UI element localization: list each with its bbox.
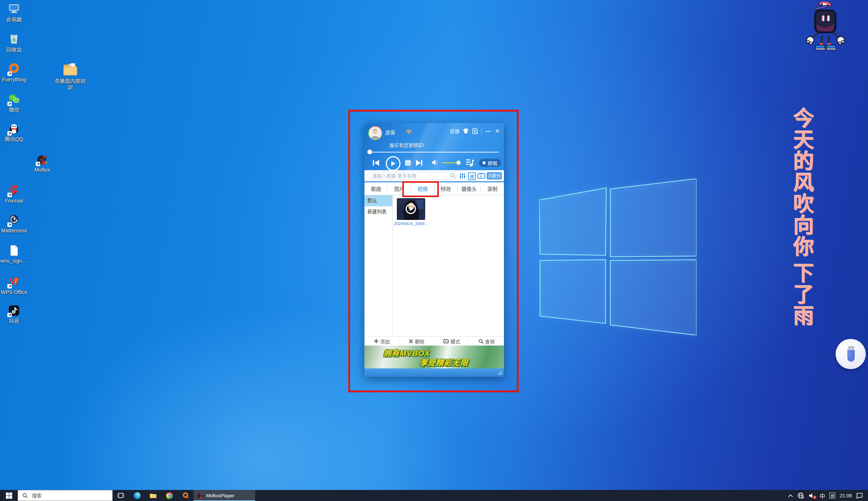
icon-label: Mattermost: [0, 228, 29, 234]
original-vocal-toggle[interactable]: 原唱: [479, 159, 501, 167]
delete-label: 删除: [415, 338, 424, 345]
video-filename[interactable]: 20240424_2004...: [394, 221, 434, 226]
dress-shirt-icon[interactable]: [463, 128, 469, 134]
play-button[interactable]: [386, 156, 401, 171]
playlist-item-default[interactable]: 默认: [364, 195, 392, 206]
desktop-folder-training[interactable]: 杀猪盘内部培训: [54, 61, 85, 91]
shortcut-arrow-icon: [7, 71, 12, 76]
songlist-note-icon[interactable]: [472, 128, 478, 134]
chrome-button[interactable]: [161, 490, 177, 501]
volume-knob[interactable]: [456, 161, 461, 165]
banner-text-2: 享受精彩无限: [419, 357, 469, 368]
video-thumbnail[interactable]: [397, 198, 425, 220]
tab-pictures[interactable]: 图片: [388, 182, 411, 195]
taskbar-search-input[interactable]: [31, 493, 95, 499]
user-avatar[interactable]: [368, 126, 382, 140]
desktop-icon-mattermost[interactable]: Mattermost: [0, 214, 29, 234]
clock[interactable]: 21:09: [840, 493, 852, 498]
desktop-icon-everything[interactable]: Everything: [0, 63, 29, 83]
volume-icon[interactable]: [431, 159, 439, 166]
ime-language-indicator[interactable]: 中: [819, 492, 825, 500]
close-button[interactable]: ✕: [494, 128, 500, 134]
lyrics-icon[interactable]: 词: [468, 172, 476, 180]
edge-button[interactable]: [129, 490, 145, 501]
mvbox-app-icon: [197, 493, 203, 498]
wps-office-icon: [7, 275, 21, 288]
progress-track[interactable]: [370, 152, 499, 153]
icon-label: 抖音: [0, 318, 29, 324]
taskbar-app-label: MvBoxPlayer: [206, 493, 234, 498]
desktop: 此电脑 回收站 Everything 微信 腾讯QQ MvBox: [0, 0, 868, 501]
search-icon[interactable]: [450, 173, 456, 179]
query-button[interactable]: 查询: [469, 337, 504, 346]
playlist-sidebar: 默认 新建列表: [364, 195, 393, 336]
playlist-item-new[interactable]: 新建列表: [364, 206, 392, 217]
progress-knob[interactable]: [367, 150, 372, 154]
everything-button[interactable]: [177, 490, 194, 501]
recycle-bin-icon: [7, 33, 21, 46]
tab-camera[interactable]: 摄像头: [458, 182, 481, 195]
network-globe-icon[interactable]: [797, 492, 804, 499]
desktop-icon-this-pc[interactable]: 此电脑: [0, 3, 29, 23]
mv-tv-icon[interactable]: [477, 172, 485, 179]
icon-label: wns_sign....: [0, 258, 29, 264]
desktop-icon-wechat[interactable]: 微信: [0, 93, 29, 113]
tray-expand-icon[interactable]: [788, 494, 793, 497]
avatar-image: [369, 127, 381, 139]
volume-muted-icon[interactable]: ✕: [809, 493, 815, 498]
toggle-label: 原唱: [487, 160, 497, 167]
titlebar-separator: [481, 129, 482, 134]
wallpaper-lyric-line1: 今天的风吹向你: [790, 108, 814, 257]
accompaniment-icon[interactable]: [465, 158, 474, 167]
add-button[interactable]: 添加: [364, 337, 399, 346]
douyin-icon: [7, 304, 21, 317]
desktop-icon-foxmail[interactable]: Foxmail: [0, 184, 29, 204]
playback-controls: 原唱: [364, 156, 504, 170]
desktop-icon-wps-office[interactable]: WPS Office: [0, 275, 29, 295]
jukebox-button[interactable]: 点歌台: [487, 172, 502, 179]
taskbar-search[interactable]: [18, 490, 113, 501]
resize-grip[interactable]: [497, 371, 502, 375]
task-view-icon: [117, 492, 124, 499]
tab-effects[interactable]: 特效: [434, 182, 458, 195]
next-button[interactable]: [415, 159, 423, 167]
taskbar-app-mvboxplayer[interactable]: MvBoxPlayer: [194, 490, 255, 501]
desktop-icon-douyin[interactable]: 抖音: [0, 304, 29, 324]
add-label: 添加: [380, 338, 390, 345]
robot-mascot: [804, 2, 847, 52]
chrome-icon: [166, 492, 173, 499]
desktop-icon-mvbox[interactable]: MvBox: [27, 153, 58, 173]
minimize-button[interactable]: —: [485, 128, 491, 134]
action-center-icon[interactable]: [856, 493, 863, 498]
previous-button[interactable]: [373, 159, 380, 167]
ad-banner[interactable]: 拥有MVBOX 享受精彩无限: [364, 346, 504, 368]
magnifier-icon: [479, 339, 483, 344]
icon-label: 此电脑: [0, 17, 29, 23]
mvbox-icon: [36, 153, 49, 166]
mode-icon: [443, 339, 449, 343]
tab-songs[interactable]: 歌曲: [364, 182, 388, 195]
usb-drive-widget[interactable]: [836, 339, 866, 369]
ime-mode-indicator[interactable]: 拼: [829, 493, 835, 498]
start-button[interactable]: [0, 490, 18, 501]
player-slogan: 娱乐有您更精彩!: [389, 141, 424, 148]
file-explorer-button[interactable]: [145, 490, 161, 501]
mixer-icon[interactable]: [459, 173, 466, 179]
desktop-icon-recycle-bin[interactable]: 回收站: [0, 33, 29, 53]
song-search-input[interactable]: [367, 172, 456, 180]
desktop-icon-tencent-qq[interactable]: 腾讯QQ: [0, 122, 29, 143]
everything-icon: [7, 63, 21, 76]
desktop-icon-wns-sign[interactable]: wns_sign....: [0, 244, 29, 264]
tab-video[interactable]: 视频: [411, 182, 434, 195]
feedback-link[interactable]: 反馈: [450, 127, 459, 134]
task-view-button[interactable]: [113, 490, 129, 501]
system-tray: ✕ 中 拼 21:09: [788, 490, 868, 501]
delete-button[interactable]: 删除: [399, 337, 434, 346]
tab-record[interactable]: 录制: [481, 182, 504, 195]
icon-label: 回收站: [0, 47, 29, 53]
mattermost-icon: [7, 214, 21, 227]
mode-button[interactable]: 模式: [434, 337, 469, 346]
stop-button[interactable]: [405, 160, 411, 166]
usb-drive-icon: [843, 345, 858, 363]
icon-label: 腾讯QQ: [0, 136, 29, 143]
